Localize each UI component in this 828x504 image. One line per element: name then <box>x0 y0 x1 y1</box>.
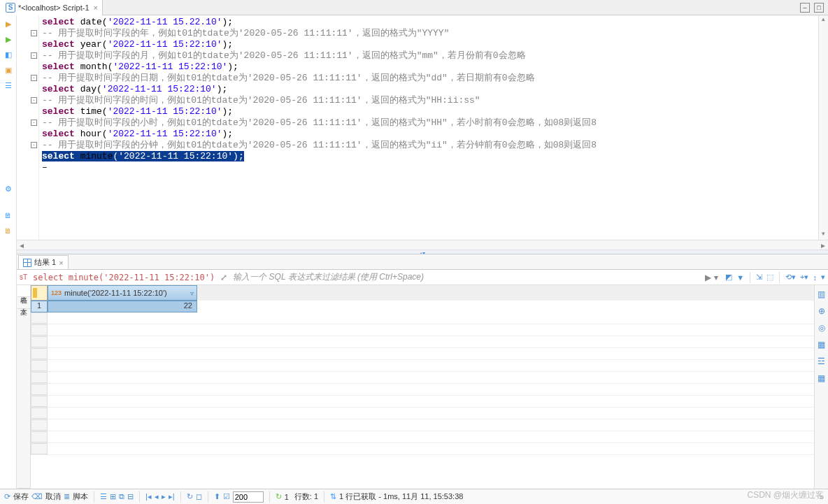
editor-tab[interactable]: S *<localhost> Script-1 × <box>0 0 103 15</box>
code-line[interactable]: -- 用于提取时间字段的时间，例如t01的tdate为'2020-05-26 1… <box>42 95 818 106</box>
run-icon[interactable]: ▶ <box>3 18 14 29</box>
row-number <box>31 396 48 407</box>
panel-refresh-icon[interactable]: ⟲▾ <box>785 273 796 282</box>
results-query-label: select minute('2022-11-11 15:22:10') <box>30 273 217 282</box>
refresh-icon[interactable]: ↻ <box>276 492 282 501</box>
edit-row-icon[interactable]: ☰ <box>100 492 107 501</box>
results-panel: 结果 1 × sT select minute('2022-11-11 15:2… <box>17 254 828 489</box>
rotate-icon[interactable]: ↻ <box>187 492 193 501</box>
close-icon[interactable]: × <box>92 3 99 12</box>
panels-icon[interactable]: ▥ <box>818 289 825 299</box>
gear-icon[interactable]: ⚙ <box>3 183 14 194</box>
row-number <box>31 324 48 336</box>
code-line[interactable]: select time('2022-11-11 15:22:10'); <box>42 106 818 117</box>
page-size-input[interactable] <box>233 491 264 503</box>
last-page-icon[interactable]: ▸| <box>169 492 175 501</box>
nav-menu-icon[interactable]: ▾ <box>714 273 718 282</box>
fetch-icon: ⇅ <box>330 492 336 501</box>
status-script[interactable]: 脚本 <box>73 491 88 502</box>
panel-sort-icon[interactable]: ↕ <box>813 273 818 282</box>
save-file-icon[interactable]: 🗎 <box>3 210 14 221</box>
commit-icon[interactable]: ☰ <box>3 80 14 91</box>
results-grid[interactable]: 123 minute('2022-11-11 15:22:10') ▿ 122 <box>31 285 814 489</box>
vertical-scrollbar[interactable]: ▴ ▾ <box>818 15 828 240</box>
explain-icon[interactable]: ◧ <box>3 49 14 60</box>
code-line[interactable]: -- 用于提取时间字段的小时，例如t01的tdate为'2020-05-26 1… <box>42 117 818 129</box>
results-toolbar: sT select minute('2022-11-11 15:22:10') … <box>17 270 828 285</box>
cancel-icon[interactable]: ⌫ <box>31 492 43 501</box>
status-save[interactable]: 保存 <box>13 491 29 502</box>
globe-icon[interactable]: ⊕ <box>818 306 825 316</box>
code-line[interactable]: select month('2022-11-11 15:22:10'); <box>42 62 818 73</box>
results-tab-label: 结果 1 <box>34 257 56 268</box>
code-line[interactable]: -- 用于提取时间字段的月，例如t01的tdate为'2020-05-26 11… <box>42 50 818 62</box>
status-refresh: 1 <box>285 493 289 501</box>
code-line[interactable]: -- 用于提取时间字段的日期，例如t01的tdate为'2020-05-26 1… <box>42 73 818 84</box>
calendar-icon[interactable]: ▦ <box>818 340 825 350</box>
maximize-icon[interactable]: □ <box>814 3 824 13</box>
next-page-icon[interactable]: ▸ <box>162 492 166 501</box>
column-filter-icon[interactable]: ▿ <box>190 289 194 297</box>
code-line[interactable]: select minute('2022-11-11 15:22:10'); <box>42 151 818 162</box>
run-script-icon[interactable]: ▶ <box>3 34 14 45</box>
horizontal-scrollbar[interactable]: ◂▸ <box>17 240 828 250</box>
fold-icon[interactable]: - <box>31 52 37 59</box>
grid-corner[interactable] <box>31 285 48 301</box>
row-number <box>31 312 48 324</box>
number-type-icon: 123 <box>51 289 62 296</box>
view-record[interactable]: 记 <box>17 477 30 489</box>
overflow-icon[interactable]: » <box>820 493 824 501</box>
view-grid[interactable]: 表格 <box>17 285 30 297</box>
code-editor[interactable]: select date('2022-11-11 15.22.10');-- 用于… <box>39 15 818 240</box>
export-icon[interactable]: 🗎 <box>3 225 14 236</box>
panel-config-icon[interactable]: ◩ <box>725 273 732 282</box>
checkbox-icon[interactable]: ☑ <box>223 492 230 501</box>
results-tab[interactable]: 结果 1 × <box>18 255 69 269</box>
add-row-icon[interactable]: ⊞ <box>110 492 116 501</box>
target-icon[interactable]: ◎ <box>818 323 825 333</box>
save-icon[interactable]: ⟳ <box>4 492 10 501</box>
status-cancel[interactable]: 取消 <box>45 491 61 502</box>
code-line[interactable]: select year('2022-11-11 15:22:10'); <box>42 39 818 50</box>
table-cell[interactable]: 22 <box>48 301 197 312</box>
first-page-icon[interactable]: |◂ <box>145 492 152 501</box>
panel-add-icon[interactable]: +▾ <box>800 273 808 282</box>
del-row-icon[interactable]: ⊟ <box>127 492 134 501</box>
column-header-label: minute('2022-11-11 15:22:10') <box>64 289 167 297</box>
code-line[interactable]: -- 用于提取时间字段的分钟，例如t01的tdate为'2020-05-26 1… <box>42 140 818 151</box>
layers-icon[interactable]: ☲ <box>818 357 825 366</box>
minimize-icon[interactable]: – <box>800 3 810 13</box>
transaction-icon[interactable]: ▣ <box>3 64 14 75</box>
fold-icon[interactable]: - <box>31 97 37 103</box>
dup-row-icon[interactable]: ⧉ <box>119 492 124 501</box>
tiles-icon[interactable]: ▦ <box>818 373 825 383</box>
panel-chart-icon[interactable]: ⬚ <box>766 273 773 282</box>
export-up-icon[interactable]: ⬆ <box>214 492 220 501</box>
fold-icon[interactable]: - <box>31 120 37 126</box>
prev-page-icon[interactable]: ◂ <box>155 492 159 501</box>
stop-icon[interactable]: ◻ <box>196 492 202 501</box>
column-header[interactable]: 123 minute('2022-11-11 15:22:10') ▿ <box>48 285 197 301</box>
expand-icon[interactable]: ⤢ <box>220 273 227 282</box>
panel-export-icon[interactable]: ⇲ <box>756 273 762 282</box>
status-rows: 行数: 1 <box>294 491 318 502</box>
panel-more-icon[interactable]: ▾ <box>821 273 825 282</box>
sql-badge-icon: sT <box>20 273 27 281</box>
row-number <box>31 419 48 431</box>
panel-filter-icon[interactable]: ▼ <box>736 273 744 282</box>
window-controls: – □ <box>800 3 828 13</box>
code-line[interactable]: select day('2022-11-11 15:22:10'); <box>42 84 818 95</box>
view-text[interactable]: 文本 <box>17 297 30 309</box>
fold-icon[interactable]: - <box>31 142 37 148</box>
editor-gutter: ------ <box>17 15 39 240</box>
code-line[interactable]: select date('2022-11-11 15.22.10'); <box>42 17 818 28</box>
code-line[interactable]: -- 用于提取时间字段的年，例如t01的tdate为'2020-05-26 11… <box>42 28 818 39</box>
nav-prev-icon[interactable]: ▶ <box>705 273 711 282</box>
script-icon[interactable]: ≣ <box>64 492 70 501</box>
code-line[interactable]: select hour('2022-11-11 15:22:10'); <box>42 129 818 140</box>
results-filter-input[interactable]: 输入一个 SQL 表达式来过滤结果 (使用 Ctrl+Space) <box>230 271 702 283</box>
close-icon[interactable]: × <box>59 259 63 267</box>
fold-icon[interactable]: - <box>31 30 37 36</box>
fold-icon[interactable]: - <box>31 75 37 81</box>
row-number[interactable]: 1 <box>31 301 48 312</box>
